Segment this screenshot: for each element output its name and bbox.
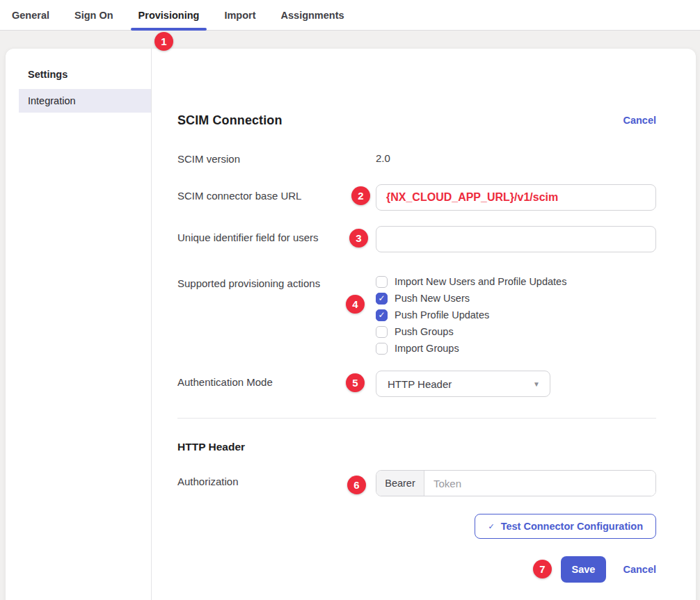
scim-version-value: 2.0: [376, 152, 390, 164]
checkbox-box[interactable]: ✓: [376, 293, 388, 305]
base-url-input[interactable]: [376, 184, 656, 211]
authorization-input-group: Bearer: [376, 470, 656, 496]
tab-sign-on[interactable]: Sign On: [74, 0, 113, 30]
scim-version-row: SCIM version 2.0: [177, 152, 656, 166]
tab-import-label: Import: [224, 10, 255, 21]
checkbox-label: Push New Users: [395, 293, 470, 304]
auth-mode-select[interactable]: HTTP Header ▼: [376, 371, 550, 397]
step-badge-1: 1: [154, 32, 173, 51]
checkbox-push-groups[interactable]: ✓ Push Groups: [376, 323, 656, 340]
scim-version-label: SCIM version: [177, 152, 376, 166]
sidebar-item-integration[interactable]: Integration: [19, 89, 151, 113]
section-divider: [177, 418, 656, 419]
provisioning-actions-row: Supported provisioning actions 4 ✓ Impor…: [177, 272, 656, 357]
unique-id-input[interactable]: [376, 226, 656, 252]
checkbox-label: Import Groups: [395, 343, 459, 354]
tab-general[interactable]: General: [12, 0, 49, 30]
cancel-link-top[interactable]: Cancel: [623, 115, 656, 126]
provisioning-card: Settings Integration SCIM Connection Can…: [6, 49, 696, 600]
checkbox-push-profile-updates[interactable]: ✓ Push Profile Updates: [376, 307, 656, 323]
authorization-row: Authorization 6 Bearer: [177, 470, 656, 496]
unique-id-row: Unique identifier field for users 3: [177, 226, 656, 252]
check-icon: ✓: [488, 522, 494, 531]
test-connector-button[interactable]: ✓ Test Connector Configuration: [475, 514, 656, 539]
checkbox-box[interactable]: ✓: [376, 326, 388, 338]
step-badge-7: 7: [533, 560, 552, 578]
test-connector-row: ✓ Test Connector Configuration: [177, 514, 656, 539]
tab-sign-on-label: Sign On: [74, 10, 113, 21]
step-badge-6: 6: [347, 476, 366, 494]
token-input[interactable]: [424, 471, 655, 496]
page-title: SCIM Connection: [177, 113, 283, 128]
base-url-row: SCIM connector base URL 2: [177, 184, 656, 211]
checkbox-box[interactable]: ✓: [376, 343, 388, 355]
checkbox-label: Import New Users and Profile Updates: [395, 276, 566, 287]
tab-assignments[interactable]: Assignments: [281, 0, 344, 30]
tab-provisioning[interactable]: Provisioning: [138, 0, 200, 30]
sidebar-item-label: Integration: [28, 95, 76, 106]
checkbox-label: Push Profile Updates: [395, 309, 489, 321]
chevron-down-icon: ▼: [533, 380, 540, 388]
test-connector-label: Test Connector Configuration: [501, 521, 643, 532]
checkbox-label: Push Groups: [395, 326, 454, 337]
checkbox-box[interactable]: ✓: [376, 276, 388, 288]
scim-connection-form: SCIM Connection Cancel SCIM version 2.0 …: [152, 49, 696, 600]
step-badge-5: 5: [346, 373, 365, 392]
tab-provisioning-label: Provisioning: [138, 10, 200, 21]
checkbox-import-groups[interactable]: ✓ Import Groups: [376, 340, 656, 357]
cancel-link-bottom[interactable]: Cancel: [623, 564, 656, 575]
tab-import[interactable]: Import: [224, 0, 255, 30]
step-badge-3: 3: [349, 229, 368, 248]
step-badge-4: 4: [346, 295, 365, 314]
unique-id-label: Unique identifier field for users: [177, 226, 376, 252]
sidebar-header: Settings: [6, 69, 151, 80]
http-header-section-title: HTTP Header: [177, 441, 656, 455]
auth-mode-row: Authentication Mode 5 HTTP Header ▼: [177, 371, 656, 397]
form-footer: 7 Save Cancel: [177, 556, 656, 583]
check-icon: ✓: [378, 311, 385, 319]
check-icon: ✓: [378, 294, 385, 302]
save-button[interactable]: Save: [561, 556, 607, 583]
bearer-prefix: Bearer: [376, 471, 424, 496]
checkbox-push-new-users[interactable]: ✓ Push New Users: [376, 290, 656, 307]
base-url-label: SCIM connector base URL: [177, 184, 376, 211]
tab-general-label: General: [12, 10, 49, 21]
app-tabbar: General Sign On Provisioning Import Assi…: [0, 0, 700, 31]
active-tab-underline: [131, 28, 207, 31]
settings-sidebar: Settings Integration: [6, 49, 152, 600]
authorization-label: Authorization: [177, 470, 376, 496]
auth-mode-selected-value: HTTP Header: [388, 378, 452, 390]
step-badge-2: 2: [351, 186, 370, 205]
form-heading-row: SCIM Connection Cancel: [177, 113, 656, 128]
checkbox-import-new-users[interactable]: ✓ Import New Users and Profile Updates: [376, 273, 656, 290]
checkbox-box[interactable]: ✓: [376, 309, 388, 321]
tab-assignments-label: Assignments: [281, 10, 344, 21]
provisioning-actions-label: Supported provisioning actions: [177, 272, 376, 357]
